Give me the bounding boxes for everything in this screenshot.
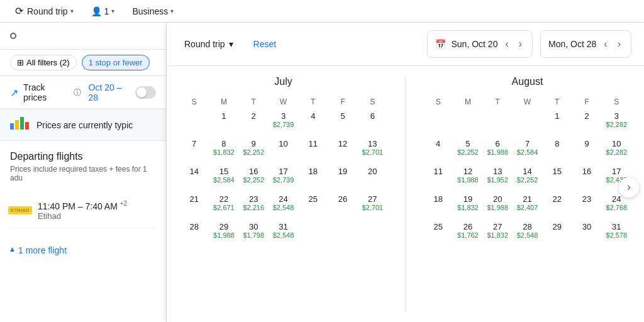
day-cell[interactable]: 30$1,798	[239, 219, 269, 247]
day-header-5: F	[572, 95, 601, 109]
day-cell[interactable]: 24$2,548	[269, 192, 298, 219]
flight-day-offset: +2	[120, 200, 127, 207]
day-cell[interactable]: 17$2,739	[269, 164, 298, 192]
day-cell[interactable]: 1	[542, 109, 572, 136]
day-cell[interactable]: 28	[179, 219, 209, 247]
day-number: 24	[612, 194, 621, 204]
day-cell[interactable]: 27$2,701	[358, 192, 387, 219]
day-number: 22	[553, 194, 562, 204]
start-date-next-button[interactable]: ›	[516, 36, 525, 52]
day-cell[interactable]: 8$1,832	[209, 136, 238, 164]
track-prices-info-icon[interactable]: ⓘ	[74, 87, 81, 98]
day-cell[interactable]: 6$1,988	[483, 136, 513, 164]
more-flights-row[interactable]: ▾ 1 more flight	[0, 239, 166, 262]
day-cell[interactable]: 31$2,548	[269, 219, 298, 247]
day-cell[interactable]: 27$1,832	[483, 219, 513, 247]
date-selectors: 📅 Sun, Oct 20 ‹ › Mon, Oct 28 ‹ ›	[427, 30, 631, 58]
day-cell[interactable]: 8	[542, 136, 572, 164]
day-cell[interactable]: 11	[423, 164, 453, 192]
day-cell[interactable]: 22$2,671	[209, 192, 238, 219]
day-cell[interactable]: 16$2,252	[239, 164, 269, 192]
day-cell[interactable]: 4	[423, 136, 453, 164]
day-cell[interactable]: 30	[572, 219, 601, 247]
day-cell[interactable]: 7	[179, 136, 209, 164]
day-cell[interactable]: 23	[572, 192, 601, 219]
day-cell[interactable]: 18	[423, 192, 453, 219]
day-cell[interactable]: 14$2,252	[513, 164, 542, 192]
day-cell[interactable]: 20$1,988	[483, 192, 513, 219]
day-cell[interactable]: 29	[542, 219, 572, 247]
day-cell[interactable]: 3$2,739	[269, 109, 298, 136]
day-cell[interactable]: 13$2,701	[358, 136, 387, 164]
stop-filter-button[interactable]: 1 stop or fewer	[82, 55, 150, 70]
day-cell[interactable]: 25	[423, 219, 453, 247]
day-cell[interactable]: 26	[328, 192, 357, 219]
day-cell[interactable]: 29$1,988	[209, 219, 238, 247]
day-cell[interactable]: 6	[358, 109, 387, 136]
day-number: 19	[464, 194, 472, 204]
day-price: $2,768	[606, 204, 628, 211]
day-cell[interactable]: 19	[328, 164, 357, 192]
day-cell[interactable]: 14	[179, 164, 209, 192]
day-cell[interactable]: 19$1,832	[453, 192, 482, 219]
day-cell[interactable]: 21$2,407	[513, 192, 542, 219]
passengers-button[interactable]: 👤 1 ▾	[86, 4, 120, 19]
day-number: 15	[553, 167, 562, 176]
round-trip-button[interactable]: ⟳ Round trip ▾	[10, 3, 79, 19]
origin-input[interactable]: Manila	[21, 30, 156, 42]
day-cell[interactable]: 31$2,578	[602, 219, 631, 247]
day-cell[interactable]: 4	[298, 109, 328, 136]
day-cell[interactable]: 22	[542, 192, 572, 219]
day-cell[interactable]: 28$2,548	[513, 219, 542, 247]
day-price: $1,988	[487, 204, 508, 211]
day-cell[interactable]: 10	[269, 136, 298, 164]
day-cell[interactable]: 10$2,282	[602, 136, 631, 164]
day-number: 13	[368, 139, 377, 148]
day-cell[interactable]: 16	[572, 164, 601, 192]
start-date-prev-button[interactable]: ‹	[502, 36, 511, 52]
day-cell[interactable]: 23$2,216	[239, 192, 269, 219]
day-cell[interactable]: 15	[542, 164, 572, 192]
day-cell[interactable]: 7$2,584	[513, 136, 542, 164]
day-number: 23	[582, 194, 591, 204]
day-cell[interactable]: 12$1,988	[453, 164, 482, 192]
day-cell[interactable]: 1	[209, 109, 238, 136]
day-number: 26	[464, 222, 472, 231]
all-filters-button[interactable]: ⊞ All filters (2)	[10, 55, 77, 70]
end-date-next-button[interactable]: ›	[615, 36, 623, 52]
day-cell[interactable]: 5$2,252	[453, 136, 482, 164]
day-cell[interactable]: 9	[572, 136, 601, 164]
cabin-class-button[interactable]: Business ▾	[127, 4, 179, 19]
day-cell[interactable]: 5	[328, 109, 357, 136]
day-cell[interactable]: 25	[298, 192, 328, 219]
day-cell[interactable]: 21	[179, 192, 209, 219]
day-price: $2,282	[606, 148, 628, 156]
end-date-text: Mon, Oct 28	[548, 39, 596, 49]
day-cell[interactable]: 13$1,952	[483, 164, 513, 192]
calendar-header: Round trip ▾ Reset 📅 Sun, Oct 20 ‹ › Mon…	[167, 23, 644, 66]
end-date-selector[interactable]: Mon, Oct 28 ‹ ›	[540, 30, 631, 58]
end-date-prev-button[interactable]: ‹	[601, 36, 609, 52]
day-cell[interactable]: 12	[328, 136, 357, 164]
all-filters-label: All filters (2)	[26, 58, 70, 67]
day-cell[interactable]: 3$2,282	[602, 109, 631, 136]
day-cell[interactable]: 18	[298, 164, 328, 192]
day-header-0: S	[179, 95, 209, 109]
round-trip-label: Round trip	[27, 6, 68, 16]
day-cell[interactable]: 2	[572, 109, 601, 136]
flight-card[interactable]: ETIHAD 11:40 PM – 7:40 AM +2 Etihad	[10, 192, 156, 229]
start-date-selector[interactable]: 📅 Sun, Oct 20 ‹ ›	[427, 30, 533, 58]
day-cell[interactable]: 2	[239, 109, 269, 136]
track-prices-toggle[interactable]	[135, 86, 156, 99]
day-cell[interactable]: 11	[298, 136, 328, 164]
calendar-round-trip-select[interactable]: Round trip ▾	[179, 35, 238, 53]
passengers-icon: 👤	[91, 6, 102, 16]
day-number: 5	[340, 111, 345, 121]
next-month-button[interactable]: ›	[619, 177, 639, 197]
day-cell[interactable]: 26$1,762	[453, 219, 482, 247]
day-cell[interactable]: 20	[358, 164, 387, 192]
day-cell[interactable]: 9$2,252	[239, 136, 269, 164]
day-cell[interactable]: 15$2,584	[209, 164, 238, 192]
reset-button[interactable]: Reset	[253, 39, 277, 49]
day-header-4: T	[542, 95, 572, 109]
